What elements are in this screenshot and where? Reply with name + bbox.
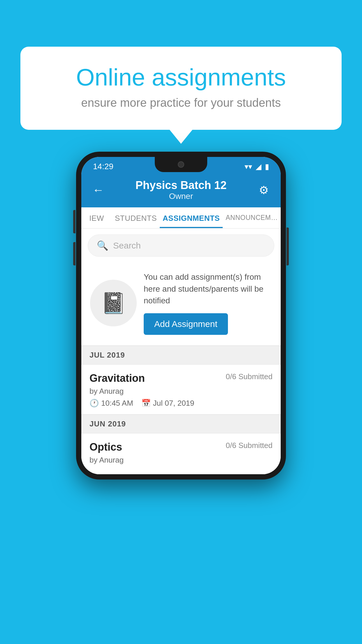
wifi-icon: ▾▾	[245, 162, 252, 171]
assignment-time-value: 10:45 AM	[101, 399, 133, 408]
calendar-icon: 📅	[141, 399, 151, 408]
phone-outer: 14:29 ▾▾ ◢ ▮ ← Physics Batch 12 Owner ⚙ …	[76, 152, 286, 480]
section-header-jul2019: JUL 2019	[81, 346, 281, 365]
assignment-date: 📅 Jul 07, 2019	[141, 399, 194, 408]
settings-icon[interactable]: ⚙	[256, 184, 272, 197]
search-placeholder: Search	[113, 241, 141, 251]
assignment-submitted: 0/6 Submitted	[226, 372, 273, 381]
assignment-by: by Anurag	[89, 387, 273, 396]
assignment-by-optics: by Anurag	[89, 456, 273, 465]
assignment-top-row-optics: Optics 0/6 Submitted	[89, 441, 273, 453]
promo-description: You can add assignment(s) from here and …	[144, 271, 272, 307]
tab-iew[interactable]: IEW	[81, 207, 112, 228]
side-button-volume-down	[73, 242, 75, 265]
header-title: Physics Batch 12	[106, 179, 256, 192]
promo-card: 📓 You can add assignment(s) from here an…	[81, 262, 281, 346]
tabs-bar: IEW STUDENTS ASSIGNMENTS ANNOUNCEM…	[81, 207, 281, 229]
section-header-jun2019: JUN 2019	[81, 414, 281, 433]
speech-bubble-container: Online assignments ensure more practice …	[20, 47, 342, 130]
tab-assignments[interactable]: ASSIGNMENTS	[160, 207, 223, 228]
status-time: 14:29	[93, 162, 113, 171]
assignment-item-optics[interactable]: Optics 0/6 Submitted by Anurag	[81, 433, 281, 474]
notebook-icon: 📓	[101, 291, 126, 315]
tab-announcements[interactable]: ANNOUNCEM…	[223, 207, 281, 228]
assignment-time: 🕐 10:45 AM	[89, 399, 133, 408]
bubble-subtitle: ensure more practice for your students	[44, 96, 318, 109]
header-subtitle: Owner	[106, 192, 256, 201]
app-header: ← Physics Batch 12 Owner ⚙	[81, 174, 281, 207]
phone-wrapper: 14:29 ▾▾ ◢ ▮ ← Physics Batch 12 Owner ⚙ …	[76, 152, 286, 480]
side-button-volume-up	[73, 210, 75, 233]
promo-content: You can add assignment(s) from here and …	[144, 271, 272, 335]
assignment-item-gravitation[interactable]: Gravitation 0/6 Submitted by Anurag 🕐 10…	[81, 365, 281, 414]
add-assignment-button[interactable]: Add Assignment	[144, 313, 228, 335]
tab-students[interactable]: STUDENTS	[112, 207, 160, 228]
phone-notch	[155, 157, 207, 172]
header-center: Physics Batch 12 Owner	[106, 179, 256, 201]
speech-bubble: Online assignments ensure more practice …	[20, 47, 342, 130]
assignment-meta: 🕐 10:45 AM 📅 Jul 07, 2019	[89, 399, 273, 408]
clock-icon: 🕐	[89, 399, 99, 408]
assignment-top-row: Gravitation 0/6 Submitted	[89, 372, 273, 384]
phone-screen: 14:29 ▾▾ ◢ ▮ ← Physics Batch 12 Owner ⚙ …	[81, 157, 281, 474]
promo-icon-circle: 📓	[90, 280, 137, 326]
assignment-title: Gravitation	[89, 372, 145, 384]
side-button-power	[287, 228, 289, 265]
back-button[interactable]: ←	[90, 183, 106, 197]
status-icons: ▾▾ ◢ ▮	[245, 162, 269, 171]
signal-icon: ◢	[256, 162, 261, 171]
search-bar[interactable]: 🔍 Search	[88, 235, 274, 257]
bubble-title: Online assignments	[44, 64, 318, 90]
camera-dot	[178, 161, 184, 168]
assignment-date-value: Jul 07, 2019	[153, 399, 194, 408]
battery-icon: ▮	[265, 162, 269, 171]
assignment-title-optics: Optics	[89, 441, 122, 453]
search-container: 🔍 Search	[81, 229, 281, 262]
assignment-submitted-optics: 0/6 Submitted	[226, 441, 273, 450]
search-icon: 🔍	[97, 240, 108, 251]
